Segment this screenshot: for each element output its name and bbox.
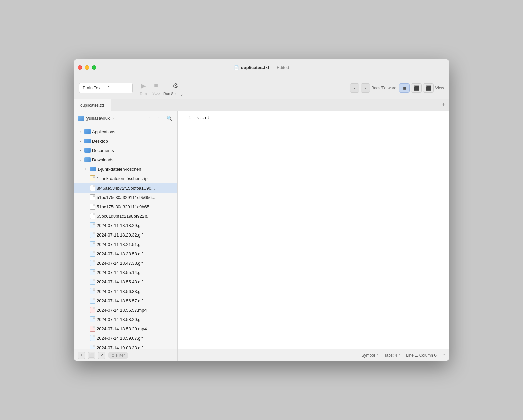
settings-icon: ⚙	[172, 82, 178, 90]
item-label: 1-junk-dateien-löschen.zip	[97, 176, 175, 181]
stop-button[interactable]: ■	[151, 80, 161, 91]
sidebar-item-gif6[interactable]: › 2024-07-14 18.55.14.gif	[74, 268, 177, 277]
app-window: 📄 duplicates.txt — Edited Plain Text ⌃ ▶…	[74, 59, 449, 361]
folder-icon	[90, 167, 96, 171]
gif-file-icon	[90, 345, 95, 349]
collapse-button[interactable]: ⌃	[442, 353, 445, 358]
sidebar-item-gif2[interactable]: › 2024-07-11 18.20.32.gif	[74, 230, 177, 240]
sidebar-item-gif4[interactable]: › 2024-07-14 18.38.58.gif	[74, 249, 177, 258]
expand-arrow-icon: ›	[78, 149, 83, 152]
gif-file-icon	[90, 241, 95, 247]
view-three-button[interactable]: ⬛	[423, 83, 434, 93]
filter-icon: ⊙	[111, 353, 115, 358]
forward-icon: ›	[365, 85, 366, 91]
back-button[interactable]: ‹	[350, 83, 359, 93]
editor-text-area[interactable]: start	[194, 114, 449, 346]
sidebar-back-button[interactable]: ‹	[145, 114, 153, 122]
item-label: 2024-07-11 18.20.32.gif	[97, 232, 175, 238]
plus-icon: +	[80, 353, 83, 358]
sidebar-forward-button[interactable]: ›	[155, 114, 163, 122]
maximize-button[interactable]	[92, 65, 96, 70]
filter-field[interactable]: ⊙ Filter	[108, 352, 128, 359]
sidebar-item-gif8[interactable]: › 2024-07-14 18.56.33.gif	[74, 286, 177, 296]
expand-arrow-icon: ›	[78, 139, 83, 143]
symbol-selector[interactable]: Symbol ⌃	[362, 353, 379, 358]
gif-file-icon	[90, 316, 95, 322]
collapse-icon: ⌃	[442, 353, 445, 358]
sidebar-item-gif10[interactable]: › 2024-07-14 18.58.20.gif	[74, 315, 177, 324]
username-label: yuliiasavliuk	[86, 116, 110, 121]
sidebar-item-desktop[interactable]: › Desktop	[74, 136, 177, 146]
gif-file-icon	[90, 222, 95, 228]
sidebar-item-gif3[interactable]: › 2024-07-11 18.21.51.gif	[74, 240, 177, 249]
search-icon: 🔍	[167, 116, 172, 121]
item-label: Desktop	[92, 139, 175, 144]
folder-icon	[84, 148, 91, 153]
sidebar-item-junk-zip[interactable]: › 1-junk-dateien-löschen.zip	[74, 174, 177, 183]
item-label: 2024-07-14 18.56.33.gif	[97, 289, 175, 294]
three-panel-icon: ⬛	[426, 85, 431, 91]
sidebar-item-gif1[interactable]: › 2024-07-11 18.18.29.gif	[74, 221, 177, 230]
new-folder-button[interactable]: ⬜	[88, 352, 95, 359]
sidebar-item-applications[interactable]: › Applications	[74, 127, 177, 136]
folder-special-icon	[84, 157, 91, 162]
sidebar-item-file3[interactable]: › 51bc175c30a329111c9b65...	[74, 202, 177, 211]
add-item-button[interactable]: +	[78, 352, 85, 359]
gif-file-icon	[90, 251, 95, 257]
gif-file-icon	[90, 335, 95, 341]
open-button[interactable]: ↗	[98, 352, 105, 359]
line-numbers: 1	[178, 114, 194, 346]
sidebar-item-gif9[interactable]: › 2024-07-14 18.56.57.gif	[74, 296, 177, 305]
text-cursor	[210, 115, 210, 120]
sidebar: yuliiasavliuk ⌵ ‹ › 🔍 › Applications	[74, 111, 178, 361]
sidebar-item-gif12[interactable]: › 2024-07-14 19.08.33.gif	[74, 343, 177, 349]
sidebar-item-gif7[interactable]: › 2024-07-14 18.55.43.gif	[74, 277, 177, 286]
gif-file-icon	[90, 279, 95, 285]
sidebar-item-gif11[interactable]: › 2024-07-14 18.59.07.gif	[74, 333, 177, 343]
item-label: 8f46ae534b72f15bbfba1090...	[97, 186, 175, 191]
language-label: Plain Text	[83, 85, 105, 90]
sidebar-item-file4[interactable]: › 65bc61d8bf1c2198bf922b...	[74, 211, 177, 221]
run-settings-button[interactable]: ⚙	[170, 80, 181, 91]
view-split-button[interactable]: ⬛	[411, 83, 422, 93]
back-forward-label: Back/Forward	[371, 86, 396, 90]
line-number: 1	[180, 114, 191, 121]
user-folder-icon	[78, 116, 84, 121]
user-folder[interactable]: yuliiasavliuk ⌵	[78, 116, 142, 121]
open-icon: ↗	[100, 353, 104, 358]
run-button[interactable]: ▶	[138, 80, 149, 91]
sidebar-item-downloads[interactable]: ⌄ Downloads	[74, 155, 177, 164]
language-selector[interactable]: Plain Text ⌃	[79, 83, 133, 93]
minimize-button[interactable]	[85, 65, 89, 70]
expand-arrow-icon: ⌄	[78, 158, 83, 162]
sidebar-search-button[interactable]: 🔍	[165, 114, 173, 122]
sidebar-item-junk-folder[interactable]: › 1-junk-dateien-löschen	[74, 164, 177, 174]
sidebar-nav-buttons: ‹ ›	[145, 114, 163, 122]
sidebar-item-file2[interactable]: › 51bc175c30a329111c9b656...	[74, 193, 177, 202]
forward-button[interactable]: ›	[361, 83, 370, 93]
active-tab[interactable]: duplicates.txt	[74, 99, 111, 111]
chevron-down-icon: ⌃	[107, 85, 129, 90]
sidebar-header: yuliiasavliuk ⌵ ‹ › 🔍	[74, 111, 177, 125]
add-tab-button[interactable]: +	[437, 99, 449, 111]
cursor-position[interactable]: Line 1, Column 6	[406, 353, 437, 358]
sidebar-item-gif5[interactable]: › 2024-07-14 18.47.38.gif	[74, 258, 177, 268]
sidebar-item-documents[interactable]: › Documents	[74, 146, 177, 155]
sidebar-item-file1[interactable]: › 8f46ae534b72f15bbfba1090...	[74, 183, 177, 193]
close-button[interactable]	[78, 65, 82, 70]
run-label: Run	[140, 92, 147, 96]
tabs-selector[interactable]: Tabs: 4 ⌃	[384, 353, 401, 358]
titlebar: 📄 duplicates.txt — Edited	[74, 59, 449, 76]
view-single-button[interactable]: ▣	[399, 83, 410, 93]
tabs-chevron-icon: ⌃	[398, 354, 401, 357]
statusbar-left: + ⬜ ↗ ⊙ Filter	[78, 352, 128, 359]
run-settings-label: Run Settings...	[163, 92, 187, 96]
item-label: 2024-07-11 18.18.29.gif	[97, 223, 175, 228]
zip-file-icon	[90, 175, 95, 181]
gif-file-icon	[90, 260, 95, 266]
sidebar-item-mp4-1[interactable]: › 2024-07-14 18.56.57.mp4	[74, 305, 177, 315]
editor-content[interactable]: 1 start	[178, 111, 449, 349]
sidebar-item-mp4-2[interactable]: › 2024-07-14 18.58.20.mp4	[74, 324, 177, 333]
editor-statusbar: Symbol ⌃ Tabs: 4 ⌃ Line 1, Column 6 ⌃	[178, 349, 449, 361]
stop-label: Stop	[152, 91, 160, 95]
